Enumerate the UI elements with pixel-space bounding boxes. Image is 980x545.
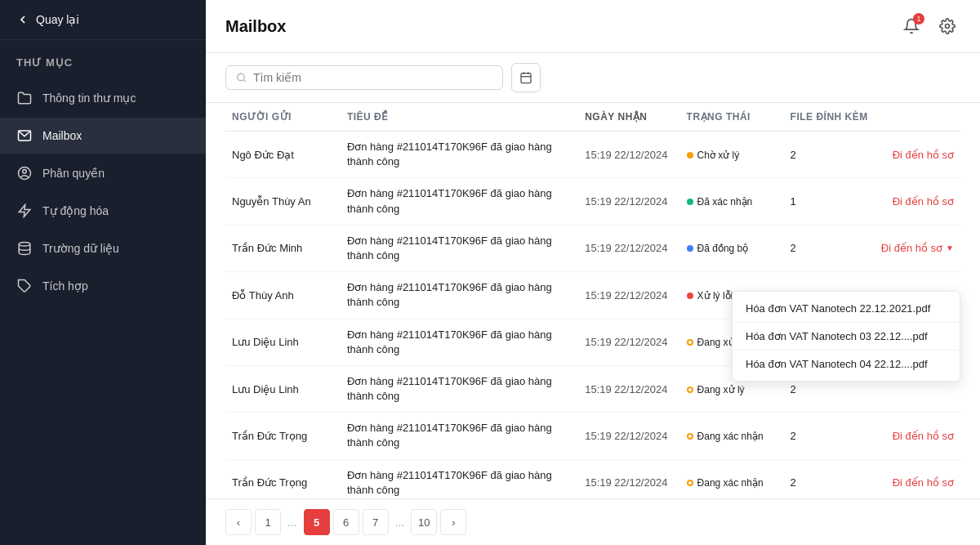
status-text: Đang xử lý — [697, 384, 745, 395]
action-cell[interactable]: Đi đến hồ sơ — [875, 459, 960, 498]
status-dot — [687, 199, 693, 205]
status-badge: Đang xác nhận — [687, 477, 764, 489]
subject-text: Đơn hàng #211014T170K96F đã giao hàng th… — [347, 141, 552, 168]
subject-text: Đơn hàng #211014T170K96F đã giao hàng th… — [347, 187, 552, 214]
go-to-profile-link[interactable]: Đi đến hồ sơ — [893, 430, 954, 442]
date-cell: 15:19 22/12/2024 — [578, 225, 679, 271]
page-5-button[interactable]: 5 — [304, 509, 330, 535]
sidebar-item-label: Tích hợp — [42, 279, 88, 293]
go-to-profile-link[interactable]: Đi đến hồ sơ — [893, 149, 954, 161]
subject-cell: Đơn hàng #211014T170K96F đã giao hàng th… — [341, 225, 578, 271]
go-to-profile-link[interactable]: Đi đến hồ sơ — [893, 476, 954, 489]
sidebar: Quay lại THƯ MỤC Thông tin thư mục Mailb… — [0, 0, 206, 545]
sidebar-item-label: Mailbox — [42, 129, 82, 142]
status-dot — [687, 480, 693, 486]
go-to-profile-link[interactable]: Đi đến hồ sơ ▼ — [881, 242, 954, 254]
status-cell: Chờ xử lý — [680, 132, 784, 178]
sidebar-item-label: Trường dữ liệu — [42, 242, 119, 255]
attachment-count-cell: 1 — [784, 178, 875, 225]
svg-point-2 — [23, 170, 27, 174]
subject-cell: Đơn hàng #211014T170K96F đã giao hàng th… — [341, 365, 578, 412]
subject-cell: Đơn hàng #211014T170K96F đã giao hàng th… — [341, 272, 578, 319]
dropdown-attachment-item[interactable]: Hóa đơn VAT Nanotech 04 22.12....pdf — [733, 351, 960, 377]
subject-cell: Đơn hàng #211014T170K96F đã giao hàng th… — [341, 459, 578, 498]
page-6-button[interactable]: 6 — [333, 509, 359, 535]
action-cell[interactable]: Đi đến hồ sơ — [875, 132, 960, 178]
status-text: Xử lý lỗi — [697, 290, 733, 302]
status-cell: Đang xác nhận — [680, 413, 784, 459]
date-cell: 15:19 22/12/2024 — [578, 319, 679, 365]
sidebar-item-thong-tin-thu-muc[interactable]: Thông tin thư mục — [0, 80, 206, 116]
dropdown-attachment-item[interactable]: Hóa đơn VAT Nanotech 03 22.12....pdf — [733, 323, 960, 351]
action-cell[interactable]: Đi đến hồ sơ ▼ — [875, 225, 960, 271]
attachment-count-cell: 2 — [784, 459, 875, 498]
svg-rect-9 — [521, 74, 531, 83]
table-row: Trần Đức Trọng Đơn hàng #211014T170K96F … — [225, 459, 960, 498]
status-badge: Chờ xử lý — [687, 150, 740, 161]
subject-text: Đơn hàng #211014T170K96F đã giao hàng th… — [347, 328, 552, 355]
sidebar-item-tich-hop[interactable]: Tích hợp — [0, 268, 206, 304]
date-cell: 15:19 22/12/2024 — [578, 132, 679, 178]
date-cell: 15:19 22/12/2024 — [578, 413, 679, 459]
go-to-profile-link[interactable]: Đi đến hồ sơ — [893, 195, 954, 208]
action-cell[interactable]: Đi đến hồ sơ — [875, 413, 960, 459]
status-text: Đã xác nhận — [697, 196, 753, 208]
subject-text: Đơn hàng #211014T170K96F đã giao hàng th… — [347, 281, 552, 308]
next-page-button[interactable]: › — [440, 509, 466, 535]
svg-point-7 — [238, 74, 245, 81]
table-container: NGƯỜI GỬI TIÊU ĐỀ NGÀY NHẬN TRẠNG THÁI F… — [206, 103, 980, 498]
main-content: Mailbox 1 NGƯỜI GỬI TIÊU ĐỀ — [206, 0, 980, 545]
attachment-count-cell: 2 — [784, 413, 875, 459]
prev-page-button[interactable]: ‹ — [225, 509, 252, 535]
table-row: Trần Đức Minh Đơn hàng #211014T170K96F đ… — [225, 225, 960, 271]
status-text: Đang xác nhận — [697, 477, 764, 489]
sidebar-item-truong-du-lieu[interactable]: Trường dữ liệu — [0, 230, 206, 266]
sidebar-section-title: THƯ MỤC — [0, 40, 206, 77]
col-header-sender: NGƯỜI GỬI — [225, 103, 341, 132]
attachment-count-cell: 2 — [784, 132, 875, 178]
gear-icon — [939, 18, 956, 34]
sidebar-item-label: Tự động hóa — [42, 204, 109, 217]
table-row: Ngô Đức Đạt Đơn hàng #211014T170K96F đã … — [225, 132, 960, 178]
sidebar-item-tu-dong-hoa[interactable]: Tự động hóa — [0, 193, 206, 229]
dropdown-attachment-item[interactable]: Hóa đơn VAT Nanotech 22.12.2021.pdf — [733, 295, 960, 323]
ellipsis-2: ... — [392, 516, 408, 529]
attachment-count-cell: 2 — [784, 225, 875, 271]
back-label: Quay lại — [36, 13, 79, 26]
notification-bell-button[interactable]: 1 — [898, 13, 924, 39]
mail-icon — [16, 127, 33, 144]
svg-line-8 — [243, 80, 245, 82]
svg-point-4 — [19, 243, 30, 247]
status-dot — [687, 386, 693, 393]
calendar-button[interactable] — [511, 63, 541, 92]
date-cell: 15:19 22/12/2024 — [578, 365, 679, 412]
action-cell[interactable]: Đi đến hồ sơ — [875, 178, 960, 225]
date-cell: 15:19 22/12/2024 — [578, 459, 679, 498]
sidebar-item-phan-quyen[interactable]: Phân quyền — [0, 155, 206, 191]
back-button[interactable]: Quay lại — [0, 0, 206, 40]
subject-text: Đơn hàng #211014T170K96F đã giao hàng th… — [347, 422, 552, 449]
page-1-button[interactable]: 1 — [255, 509, 281, 535]
sender-cell: Trần Đức Trọng — [225, 459, 341, 498]
notification-badge: 1 — [913, 13, 924, 25]
search-input[interactable] — [253, 71, 492, 84]
col-header-date: NGÀY NHẬN — [578, 103, 679, 132]
chevron-left-icon — [16, 13, 29, 26]
sender-cell: Lưu Diệu Linh — [225, 319, 341, 365]
status-dot — [687, 152, 693, 159]
sender-cell: Lưu Diệu Linh — [225, 365, 341, 412]
status-badge: Xử lý lỗi — [687, 290, 733, 302]
subject-text: Đơn hàng #211014T170K96F đã giao hàng th… — [347, 235, 552, 261]
col-header-subject: TIÊU ĐỀ — [341, 103, 578, 132]
sender-cell: Trần Đức Trọng — [225, 413, 341, 459]
settings-button[interactable] — [934, 13, 960, 39]
user-circle-icon — [16, 165, 33, 181]
date-cell: 15:19 22/12/2024 — [578, 272, 679, 319]
pagination: ‹ 1 ... 5 6 7 ... 10 › — [206, 498, 980, 545]
page-7-button[interactable]: 7 — [363, 509, 389, 535]
sidebar-item-label: Phân quyền — [42, 167, 105, 180]
status-dot — [687, 339, 693, 346]
sidebar-item-mailbox[interactable]: Mailbox — [0, 118, 206, 154]
page-10-button[interactable]: 10 — [411, 509, 437, 535]
dropdown-arrow-icon: ▼ — [946, 243, 954, 252]
